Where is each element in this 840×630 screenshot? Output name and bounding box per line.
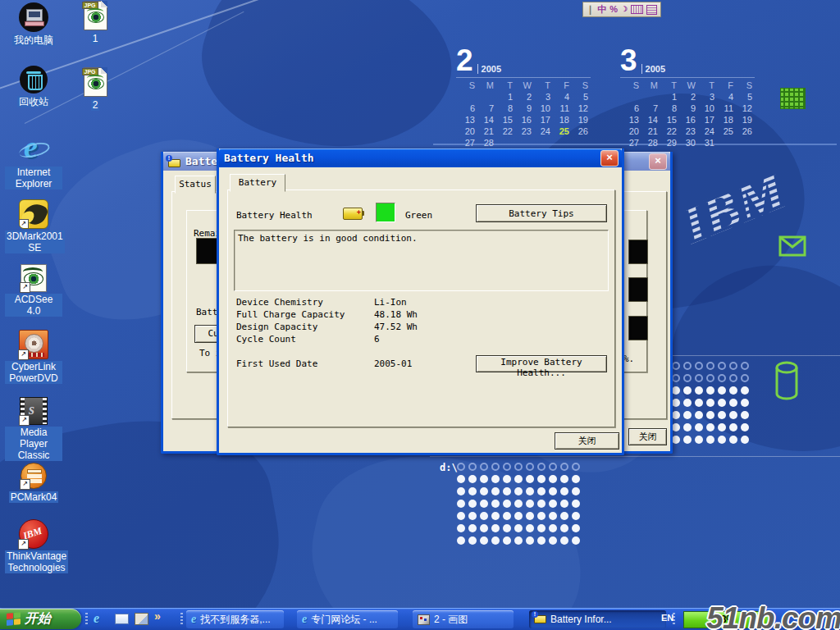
battery-tips-button[interactable]: Battery Tips: [476, 204, 607, 222]
jpg-2-icon: JPG: [76, 67, 114, 97]
detail-label: Full Charge Capacity: [236, 309, 345, 320]
tab-status[interactable]: Status: [175, 176, 216, 194]
calendar-weekday: S: [733, 80, 752, 91]
wallpaper-dot: [549, 536, 557, 545]
calendar-day: 20: [456, 126, 475, 137]
desktop-icon-powerdvd[interactable]: ↗CyberLink PowerDVD: [5, 330, 62, 385]
task-button[interactable]: 2 - 画图: [413, 610, 514, 628]
close-icon[interactable]: ×: [649, 153, 667, 170]
improve-battery-health-button[interactable]: Improve Battery Health...: [476, 355, 607, 372]
calendar-day: [733, 137, 752, 148]
ime-punct-icon[interactable]: ☽: [621, 3, 628, 16]
wallpaper-dot: [560, 536, 568, 545]
desktop-icon-jpg-2[interactable]: JPG2: [76, 67, 114, 112]
calendar-day: 19: [569, 114, 588, 126]
task-button[interactable]: !Battery Infor...: [529, 610, 666, 628]
wallpaper-dot: [503, 463, 511, 471]
wallpaper-dot: [560, 500, 568, 508]
calendar-day: 8: [658, 103, 677, 114]
wallpaper-dot: [537, 487, 546, 495]
calendar-weekday: T: [696, 80, 714, 91]
wallpaper-dot: [514, 536, 523, 545]
wallpaper-dot: [480, 475, 488, 483]
task-button[interactable]: e专门网论坛 - ...: [297, 610, 398, 628]
tab-battery[interactable]: Battery: [230, 174, 285, 192]
desktop-icon-recycle-bin[interactable]: 回收站: [5, 66, 62, 108]
ime-menu-icon[interactable]: [646, 5, 657, 15]
wallpaper-dot: [526, 536, 534, 545]
wallpaper-dot: [457, 487, 465, 495]
wallpaper-dot: [706, 411, 714, 419]
calendar-weekday: W: [677, 80, 696, 91]
internet-explorer-icon[interactable]: e: [94, 611, 99, 626]
wallpaper-dot: [526, 500, 534, 508]
taskbar-separator: [85, 613, 88, 626]
ime-width-icon[interactable]: %: [609, 3, 618, 16]
wallpaper-dot: [718, 362, 726, 370]
show-desktop-icon[interactable]: [135, 613, 148, 625]
desktop-icon-label: 3DMark2001 SE: [5, 231, 65, 253]
wallpaper-dot: [572, 463, 580, 471]
wallpaper-dot: [683, 386, 692, 395]
ime-chinese-icon[interactable]: 中: [597, 3, 606, 16]
wallpaper-dot: [695, 399, 703, 407]
wallpaper-dot: [468, 524, 477, 532]
battery-health-title: Battery Health: [224, 152, 600, 164]
task-button[interactable]: e找不到服务器,...: [186, 610, 284, 628]
wallpaper-dot: [560, 512, 568, 520]
wallpaper-dot: [572, 524, 580, 532]
desktop-icon-jpg-1[interactable]: JPG1: [76, 1, 114, 45]
wallpaper-dot: [672, 423, 680, 431]
calendar-day: 6: [620, 103, 639, 114]
start-button[interactable]: 开始: [0, 609, 81, 629]
calendar-day: 27: [456, 137, 475, 148]
wallpaper-dot: [457, 475, 465, 483]
calendar-day: 7: [475, 103, 494, 114]
desktop-icon-mpc[interactable]: s↗Media Player Classic: [5, 397, 62, 462]
wallpaper-dot: [672, 362, 680, 370]
calendar-day: 16: [513, 114, 532, 126]
close-button[interactable]: 关闭: [555, 432, 619, 450]
desktop-icon-my-computer[interactable]: 我的电脑: [5, 2, 62, 47]
wallpaper-dot: [741, 374, 749, 382]
chevron-overflow-icon[interactable]: »: [154, 609, 161, 623]
outlook-express-icon[interactable]: [115, 614, 129, 624]
battery-health-titlebar[interactable]: Battery Health ×: [219, 148, 622, 167]
wallpaper-dot: [526, 512, 534, 520]
task-button-label: 专门网论坛 - ...: [311, 613, 377, 627]
desktop-icon-acdsee[interactable]: ↗ACDSee 4.0: [5, 264, 62, 317]
close-icon[interactable]: ×: [600, 150, 619, 167]
wallpaper-dot: [537, 524, 546, 532]
wallpaper-dot: [503, 524, 511, 532]
desktop-icon-internet-explorer[interactable]: eInternet Explorer: [5, 134, 62, 190]
calendar-day: 8: [494, 103, 513, 114]
recycle-bin-icon: [5, 66, 62, 94]
desktop-icon-3dmark2001[interactable]: ↗3DMark2001 SE: [5, 199, 62, 254]
health-status: Green: [405, 210, 432, 221]
calendar-day: 3: [696, 91, 714, 103]
desktop-icon-label: 2: [91, 99, 100, 111]
ime-bar[interactable]: ❘ 中 % ☽: [582, 2, 661, 17]
ime-keyboard-icon[interactable]: [631, 5, 643, 14]
wallpaper-dot: [672, 411, 680, 419]
desktop-icon-pcmark04[interactable]: ↗PCMark04: [5, 463, 62, 504]
task-button-label: Battery Infor...: [550, 614, 612, 625]
calendar-month: 3: [620, 48, 637, 74]
battery-icon: +: [343, 208, 363, 220]
calendar-day: 18: [550, 114, 569, 126]
close-button[interactable]: 关闭: [628, 428, 667, 445]
wallpaper-dot: [457, 524, 465, 532]
language-indicator[interactable]: EN: [661, 613, 673, 623]
battery-gauge: [628, 316, 648, 340]
desktop-icon-label: Media Player Classic: [5, 427, 62, 461]
calendar-day: 28: [639, 137, 658, 148]
calendar-day: [456, 91, 475, 103]
wallpaper-dot: [491, 524, 500, 532]
desktop-icon-thinkvantage[interactable]: IBM↗ThinkVantage Technologies: [5, 519, 62, 574]
wallpaper-dot: [683, 362, 692, 370]
wallpaper-dot: [514, 524, 523, 532]
calendar-day: 5: [733, 91, 752, 103]
wallpaper-dot: [729, 423, 737, 431]
calendar-day: 9: [513, 103, 532, 114]
wallpaper-dot: [706, 399, 714, 407]
